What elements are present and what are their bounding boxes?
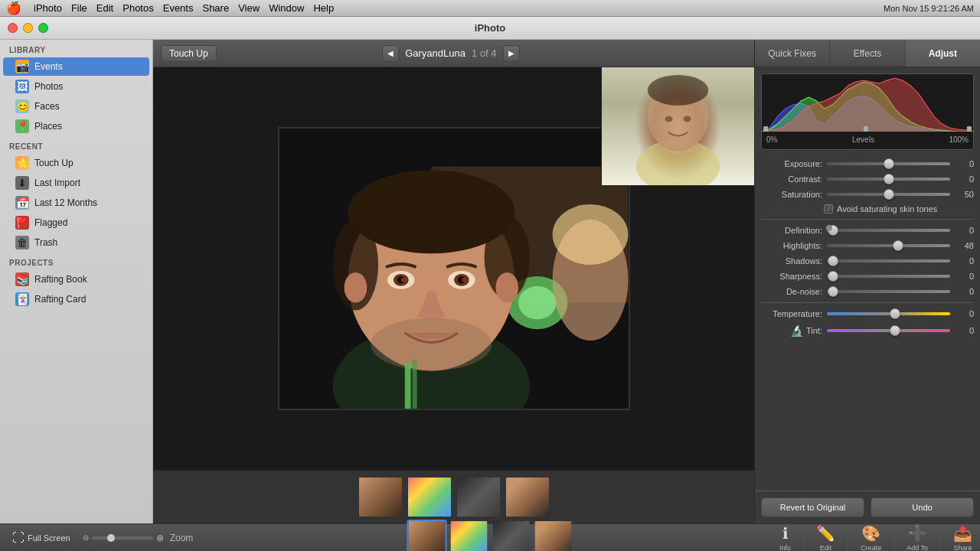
contrast-slider-track [827, 178, 950, 181]
contrast-value: 0 [955, 174, 974, 184]
saturation-thumb[interactable] [884, 189, 894, 200]
edit-button[interactable]: ✏️ Edit [816, 524, 835, 552]
temperature-slider-container[interactable] [827, 309, 950, 318]
info-button[interactable]: ℹ Info [779, 524, 791, 552]
undo-button[interactable]: Undo [871, 497, 974, 517]
tint-thumb[interactable] [890, 325, 900, 336]
library-header: LIBRARY [0, 40, 152, 57]
bottom-thumb-2[interactable] [449, 520, 489, 552]
menubar-time: Mon Nov 15 9:21:26 AM [884, 4, 974, 13]
menu-edit[interactable]: Edit [96, 2, 113, 14]
app-body: LIBRARY 📷 Events 🖼 Photos 😊 Faces 📍 Plac… [0, 40, 980, 523]
fullscreen-button[interactable]: ⛶ Full Screen [8, 530, 75, 546]
menu-help[interactable]: Help [313, 2, 334, 14]
histogram: 0% Levels 100% [761, 73, 974, 150]
revert-button[interactable]: Revert to Original [761, 497, 864, 517]
denoise-slider-container[interactable] [827, 287, 950, 296]
bottom-thumb-1[interactable] [407, 520, 447, 552]
panel-tabs: Quick Fixes Effects Adjust [755, 40, 980, 67]
tab-effects[interactable]: Effects [830, 40, 905, 67]
edit-label: Edit [820, 544, 832, 552]
sidebar-item-lastimport[interactable]: ⬇ Last Import [3, 174, 149, 192]
sharpness-slider-container[interactable] [827, 272, 950, 281]
levels-max: 100% [949, 135, 969, 144]
flagged-icon: 🚩 [15, 216, 29, 230]
saturation-slider-container[interactable] [827, 190, 950, 199]
sidebar-item-places[interactable]: 📍 Places [3, 117, 149, 135]
apple-menu[interactable]: 🍎 [6, 1, 21, 15]
sidebar-item-touchup[interactable]: ⭐ Touch Up [3, 154, 149, 172]
contrast-row: Contrast: 0 [755, 171, 980, 187]
sidebar-item-photos[interactable]: 🖼 Photos [3, 77, 149, 96]
sidebar-item-trash[interactable]: 🗑 Trash [3, 233, 149, 252]
sharpness-thumb[interactable] [828, 271, 838, 282]
tint-value: 0 [955, 326, 974, 335]
photo-toolbar: Touch Up ◀ GaryandLuna 1 of 4 ▶ [153, 40, 754, 67]
menu-file[interactable]: File [71, 2, 87, 14]
create-button[interactable]: 🎨 Create [861, 524, 881, 552]
contrast-slider-container[interactable] [827, 174, 950, 184]
shadows-thumb[interactable] [828, 256, 838, 266]
definition-slider-container[interactable] [827, 226, 950, 235]
sidebar-item-raftingcard[interactable]: 🃏 Rafting Card [3, 290, 149, 308]
sidebar-item-events[interactable]: 📷 Events [3, 57, 149, 76]
tab-adjust[interactable]: Adjust [906, 40, 980, 67]
temperature-thumb[interactable] [890, 308, 900, 319]
prev-photo-button[interactable]: ◀ [382, 45, 399, 62]
tool-sep-4 [940, 527, 941, 549]
highlights-thumb[interactable] [893, 240, 903, 251]
menu-iphoto[interactable]: iPhoto [34, 2, 62, 14]
photo-title: GaryandLuna [405, 47, 466, 59]
zoom-thumb[interactable] [107, 534, 115, 542]
sidebar-item-flagged[interactable]: 🚩 Flagged [3, 214, 149, 232]
addto-button[interactable]: ➕ Add To [906, 524, 928, 552]
menu-view[interactable]: View [238, 2, 260, 14]
tint-slider-container[interactable] [827, 326, 950, 335]
eyedropper-icon[interactable]: 🔬 [790, 324, 803, 337]
contrast-thumb[interactable] [884, 174, 894, 184]
exposure-thumb[interactable] [884, 158, 894, 169]
maximize-button[interactable] [38, 23, 48, 33]
places-icon: 📍 [15, 119, 29, 133]
photo-container [153, 67, 754, 470]
exposure-slider-container[interactable] [827, 159, 950, 168]
exposure-value: 0 [955, 159, 974, 168]
filmstrip-thumb-3[interactable] [456, 476, 501, 518]
filmstrip-thumb-1[interactable] [358, 476, 403, 518]
avoid-skin-checkbox[interactable]: ✓ [824, 204, 833, 214]
share-icon: 📤 [953, 524, 972, 543]
divider-1 [761, 219, 974, 220]
tab-quickfixes[interactable]: Quick Fixes [755, 40, 830, 67]
next-photo-button[interactable]: ▶ [503, 45, 520, 62]
sharpness-value: 0 [955, 272, 974, 281]
share-button[interactable]: 📤 Share [953, 524, 972, 552]
menu-photos[interactable]: Photos [122, 2, 153, 14]
sharpness-slider-track [827, 275, 950, 278]
sidebar-label-places: Places [34, 121, 62, 132]
zoom-container: ⊖ ⊕ Zoom [83, 533, 194, 543]
close-button[interactable] [8, 23, 18, 33]
touchup-button[interactable]: Touch Up [161, 45, 217, 62]
sidebar-label-flagged: Flagged [34, 217, 67, 228]
definition-thumb[interactable] [828, 225, 838, 236]
window-controls [8, 23, 48, 33]
highlights-slider-container[interactable] [827, 241, 950, 250]
menu-events[interactable]: Events [163, 2, 194, 14]
bottom-tools-right: ℹ Info ✏️ Edit 🎨 Create ➕ Add To 📤 Share [779, 524, 972, 552]
bottom-thumb-3[interactable] [492, 520, 531, 552]
bottom-thumb-4[interactable] [534, 520, 573, 552]
menu-share[interactable]: Share [202, 2, 229, 14]
minimize-button[interactable] [23, 23, 33, 33]
filmstrip-thumb-4[interactable] [505, 476, 550, 518]
sidebar-item-faces[interactable]: 😊 Faces [3, 97, 149, 116]
menu-window[interactable]: Window [269, 2, 304, 14]
zoom-slider[interactable] [92, 536, 153, 540]
filmstrip-thumb-2[interactable] [407, 476, 452, 518]
denoise-row: De-noise: 0 [755, 284, 980, 299]
shadows-slider-container[interactable] [827, 256, 950, 266]
denoise-thumb[interactable] [828, 286, 838, 297]
sidebar-item-raftingbook[interactable]: 📚 Rafting Book [3, 270, 149, 289]
main-photo [278, 127, 630, 410]
highlights-row: Highlights: 48 [755, 238, 980, 253]
sidebar-item-last12[interactable]: 📅 Last 12 Months [3, 194, 149, 212]
